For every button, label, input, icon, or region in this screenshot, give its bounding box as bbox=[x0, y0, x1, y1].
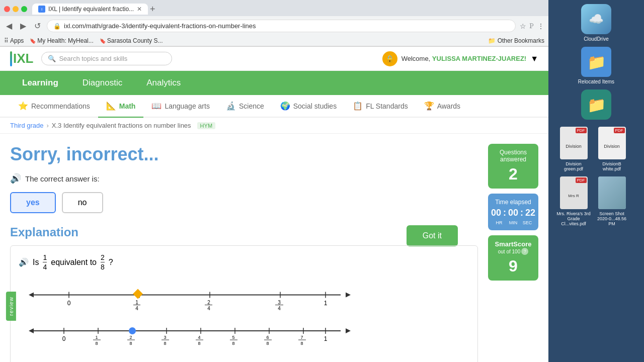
desktop-icon-pdf3[interactable]: PDF Mrs R Mrs. Rivera's 3rd Grade Cl...v… bbox=[556, 176, 636, 226]
breadcrumb-code: HYM bbox=[197, 122, 215, 129]
svg-text:4: 4 bbox=[278, 306, 281, 311]
search-icon: 🔍 bbox=[48, 55, 56, 62]
user-section: 🔒 Welcome, YULISSA MARTINEZ-JUAREZ! ▼ bbox=[382, 51, 538, 66]
tab-label-fl-standards: FL Standards bbox=[366, 102, 408, 110]
answer-yes-button[interactable]: yes bbox=[10, 192, 56, 213]
user-name: YULISSA MARTINEZ-JUAREZ! bbox=[432, 55, 526, 62]
tab-title: IXL | Identify equivalent fractio... bbox=[48, 6, 134, 13]
svg-text:7: 7 bbox=[300, 335, 303, 340]
main-content: Sorry, incorrect... 🔊 The correct answer… bbox=[0, 134, 548, 362]
svg-text:0: 0 bbox=[62, 335, 66, 342]
tab-math[interactable]: 📐 Math bbox=[98, 95, 144, 118]
apps-icon: ⠿ bbox=[4, 37, 9, 44]
search-bar[interactable]: 🔍 Search topics and skills bbox=[41, 52, 172, 65]
browser-nav-icons: ☆ 𝙿 ⋮ bbox=[520, 22, 544, 30]
ixl-logo[interactable]: IXL bbox=[10, 51, 33, 66]
nav-analytics[interactable]: Analytics bbox=[134, 71, 193, 95]
svg-text:8: 8 bbox=[300, 341, 303, 346]
svg-text:1: 1 bbox=[324, 300, 328, 307]
forward-button[interactable]: ▶ bbox=[18, 19, 28, 33]
browser-tab-active[interactable]: I IXL | Identify equivalent fractio... ✕ bbox=[32, 4, 148, 15]
welcome-text: Welcome, YULISSA MARTINEZ-JUAREZ! bbox=[401, 55, 526, 62]
got-it-button[interactable]: Got it bbox=[407, 225, 458, 246]
menu-btn[interactable]: ⋮ bbox=[537, 22, 544, 30]
tab-language-arts[interactable]: 📖 Language arts bbox=[143, 95, 218, 118]
tab-fl-standards[interactable]: 📋 FL Standards bbox=[345, 95, 416, 118]
svg-text:1: 1 bbox=[324, 335, 328, 342]
timer-sep-1: : bbox=[503, 208, 506, 218]
timer-sep-2: : bbox=[520, 208, 523, 218]
relocated-folder-icon: 📁 bbox=[581, 47, 611, 77]
tab-science[interactable]: 🔬 Science bbox=[218, 95, 272, 118]
screenshot-icon bbox=[598, 176, 626, 209]
smartscore-subtitle: out of 100 ? bbox=[498, 248, 528, 255]
question-mark: ? bbox=[109, 258, 113, 267]
svg-text:8: 8 bbox=[266, 341, 269, 346]
desktop-icon-pdf1[interactable]: PDF Division Division green.pdf PDF Divi… bbox=[556, 127, 636, 171]
svg-text:3: 3 bbox=[278, 300, 281, 305]
close-window-btn[interactable] bbox=[4, 6, 10, 12]
back-button[interactable]: ◀ bbox=[4, 19, 14, 33]
user-dropdown-icon[interactable]: ▼ bbox=[530, 54, 538, 63]
speaker-icon-2[interactable]: 🔊 bbox=[19, 257, 29, 267]
speaker-icon[interactable]: 🔊 bbox=[10, 173, 21, 184]
subject-tabs: ⭐ Recommendations 📐 Math 📖 Language arts… bbox=[0, 95, 548, 118]
search-placeholder: Search topics and skills bbox=[59, 55, 127, 62]
timer-labels: HR MIN SEC bbox=[493, 220, 533, 225]
svg-text:5: 5 bbox=[232, 335, 234, 340]
apps-bookmark[interactable]: ⠿ Apps bbox=[4, 37, 24, 44]
svg-point-55 bbox=[129, 327, 136, 334]
desktop-sidebar: ☁️ CloudDrive 📁 Relocated Items 📁 PDF Di… bbox=[548, 0, 644, 362]
ixl-logo-text: IXL bbox=[13, 51, 33, 66]
bookmark-star-btn[interactable]: ☆ bbox=[520, 22, 526, 30]
tab-social-studies[interactable]: 🌍 Social studies bbox=[272, 95, 345, 118]
nav-diagnostic[interactable]: Diagnostic bbox=[70, 71, 134, 95]
bookmark-sarasota[interactable]: 🔖 Sarasota County S... bbox=[100, 37, 163, 44]
desktop-icon-folder-teal[interactable]: 📁 bbox=[561, 89, 631, 122]
smartscore-card: SmartScore out of 100 ? 9 bbox=[488, 235, 538, 281]
fraction-2-denominator: 8 bbox=[101, 262, 105, 270]
fraction-1: 1 4 bbox=[43, 254, 47, 270]
tab-label-language-arts: Language arts bbox=[165, 102, 210, 110]
tab-awards[interactable]: 🏆 Awards bbox=[416, 95, 468, 118]
clouddrive-icon: ☁️ bbox=[581, 4, 611, 34]
smartscore-info-icon[interactable]: ? bbox=[521, 248, 528, 255]
maximize-window-btn[interactable] bbox=[21, 6, 27, 12]
ixl-logo-bar bbox=[10, 51, 12, 66]
bookmark-myhealth[interactable]: 🔖 My Health: MyHeal... bbox=[30, 37, 93, 44]
explanation-section: Explanation review 🔊 Is 1 4 equivalent t… bbox=[10, 225, 478, 362]
other-bookmarks-btn[interactable]: 📁 Other Bookmarks bbox=[488, 37, 544, 44]
min-label: MIN bbox=[507, 220, 519, 225]
address-bar[interactable]: 🔒 ixl.com/math/grade-3/identify-equivale… bbox=[47, 20, 516, 32]
tab-recommendations[interactable]: ⭐ Recommendations bbox=[10, 95, 98, 118]
review-tab[interactable]: review bbox=[6, 292, 16, 321]
svg-text:1: 1 bbox=[135, 300, 138, 305]
correct-answer-line: 🔊 The correct answer is: bbox=[10, 173, 478, 184]
fl-standards-icon: 📋 bbox=[353, 101, 363, 111]
browser-chrome: I IXL | Identify equivalent fractio... ✕… bbox=[0, 0, 548, 47]
refresh-button[interactable]: ↺ bbox=[32, 19, 43, 33]
new-tab-button[interactable]: + bbox=[150, 4, 155, 15]
tab-close-btn[interactable]: ✕ bbox=[137, 6, 142, 13]
awards-icon: 🏆 bbox=[424, 101, 434, 111]
pinterest-btn[interactable]: 𝙿 bbox=[529, 22, 534, 30]
breadcrumb: Third grade › X.3 Identify equivalent fr… bbox=[0, 118, 548, 134]
bookmark-label-1: My Health: MyHeal... bbox=[37, 37, 93, 44]
breadcrumb-sep: › bbox=[46, 122, 48, 129]
bookmark-icon-2: 🔖 bbox=[100, 38, 106, 44]
questions-answered-label: Questions answered bbox=[493, 149, 533, 163]
nav-learning[interactable]: Learning bbox=[10, 71, 70, 95]
breadcrumb-grade[interactable]: Third grade bbox=[10, 122, 43, 129]
desktop-icon-clouddrive[interactable]: ☁️ CloudDrive bbox=[561, 4, 631, 42]
explanation-box: review 🔊 Is 1 4 equivalent to 2 8 bbox=[10, 245, 478, 362]
smartscore-out-of: out of 100 bbox=[498, 249, 520, 254]
browser-nav-bar: ◀ ▶ ↺ 🔒 ixl.com/math/grade-3/identify-eq… bbox=[0, 16, 548, 36]
desktop-icon-relocated[interactable]: 📁 Relocated Items bbox=[561, 47, 631, 84]
window-controls bbox=[4, 6, 27, 12]
svg-text:4: 4 bbox=[207, 306, 210, 311]
social-studies-icon: 🌍 bbox=[280, 101, 290, 111]
bookmark-label-2: Sarasota County S... bbox=[107, 37, 163, 44]
minimize-window-btn[interactable] bbox=[13, 6, 19, 12]
tab-favicon: I bbox=[38, 6, 45, 13]
answer-no-button[interactable]: no bbox=[62, 192, 103, 213]
